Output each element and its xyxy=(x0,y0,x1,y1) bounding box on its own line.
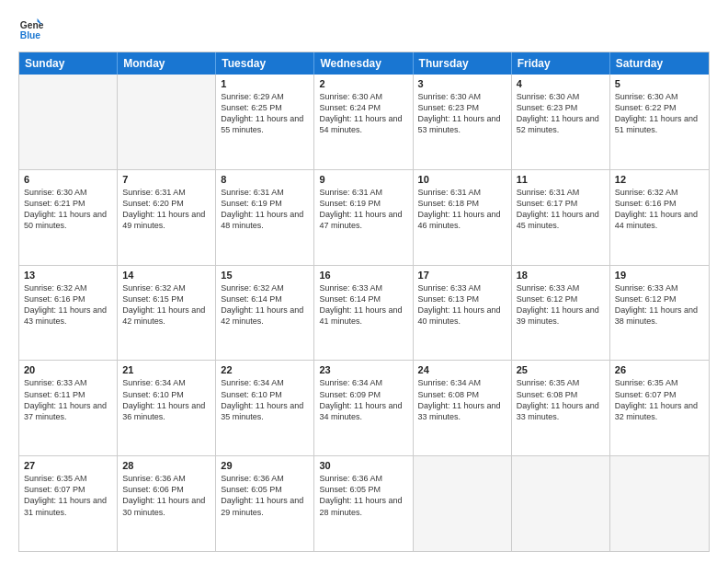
svg-text:Blue: Blue xyxy=(20,30,41,40)
day-cell-12: 12Sunrise: 6:32 AM Sunset: 6:16 PM Dayli… xyxy=(610,170,709,265)
day-cell-6: 6Sunrise: 6:30 AM Sunset: 6:21 PM Daylig… xyxy=(19,170,118,265)
day-info: Sunrise: 6:34 AM Sunset: 6:10 PM Dayligh… xyxy=(221,377,309,422)
day-cell-28: 28Sunrise: 6:36 AM Sunset: 6:06 PM Dayli… xyxy=(118,456,216,551)
day-cell-1: 1Sunrise: 6:29 AM Sunset: 6:25 PM Daylig… xyxy=(216,75,314,169)
day-number: 6 xyxy=(24,174,112,185)
day-cell-24: 24Sunrise: 6:34 AM Sunset: 6:08 PM Dayli… xyxy=(414,361,512,455)
day-number: 12 xyxy=(615,174,704,185)
day-info: Sunrise: 6:31 AM Sunset: 6:19 PM Dayligh… xyxy=(319,187,407,232)
day-cell-15: 15Sunrise: 6:32 AM Sunset: 6:14 PM Dayli… xyxy=(216,266,314,361)
day-number: 19 xyxy=(615,270,704,281)
empty-cell xyxy=(512,456,610,551)
day-cell-30: 30Sunrise: 6:36 AM Sunset: 6:05 PM Dayli… xyxy=(314,456,413,551)
day-number: 8 xyxy=(221,174,309,185)
day-cell-20: 20Sunrise: 6:33 AM Sunset: 6:11 PM Dayli… xyxy=(19,361,118,455)
header-day-wednesday: Wednesday xyxy=(314,52,413,75)
calendar-row-5: 27Sunrise: 6:35 AM Sunset: 6:07 PM Dayli… xyxy=(19,455,709,551)
day-info: Sunrise: 6:31 AM Sunset: 6:19 PM Dayligh… xyxy=(221,187,309,232)
day-cell-2: 2Sunrise: 6:30 AM Sunset: 6:24 PM Daylig… xyxy=(314,75,413,169)
page: General Blue SundayMondayTuesdayWednesda… xyxy=(0,0,728,563)
day-number: 20 xyxy=(24,364,112,375)
calendar: SundayMondayTuesdayWednesdayThursdayFrid… xyxy=(18,52,710,552)
header-day-thursday: Thursday xyxy=(414,52,512,75)
day-info: Sunrise: 6:36 AM Sunset: 6:05 PM Dayligh… xyxy=(221,473,309,518)
day-number: 25 xyxy=(517,364,605,375)
day-cell-10: 10Sunrise: 6:31 AM Sunset: 6:18 PM Dayli… xyxy=(414,170,512,265)
header-day-monday: Monday xyxy=(118,52,216,75)
day-info: Sunrise: 6:35 AM Sunset: 6:07 PM Dayligh… xyxy=(615,377,704,422)
day-info: Sunrise: 6:30 AM Sunset: 6:23 PM Dayligh… xyxy=(517,91,605,136)
day-number: 9 xyxy=(319,174,407,185)
day-info: Sunrise: 6:35 AM Sunset: 6:07 PM Dayligh… xyxy=(24,473,112,518)
day-number: 27 xyxy=(24,460,112,471)
day-info: Sunrise: 6:33 AM Sunset: 6:13 PM Dayligh… xyxy=(418,282,506,327)
day-number: 18 xyxy=(517,270,605,281)
day-cell-7: 7Sunrise: 6:31 AM Sunset: 6:20 PM Daylig… xyxy=(118,170,216,265)
day-cell-27: 27Sunrise: 6:35 AM Sunset: 6:07 PM Dayli… xyxy=(19,456,118,551)
day-number: 7 xyxy=(122,174,210,185)
day-number: 1 xyxy=(221,78,309,89)
day-cell-11: 11Sunrise: 6:31 AM Sunset: 6:17 PM Dayli… xyxy=(512,170,610,265)
day-cell-13: 13Sunrise: 6:32 AM Sunset: 6:16 PM Dayli… xyxy=(19,266,118,361)
day-cell-19: 19Sunrise: 6:33 AM Sunset: 6:12 PM Dayli… xyxy=(610,266,709,361)
header-day-sunday: Sunday xyxy=(19,52,118,75)
logo: General Blue xyxy=(18,17,44,42)
day-number: 2 xyxy=(319,78,407,89)
day-cell-23: 23Sunrise: 6:34 AM Sunset: 6:09 PM Dayli… xyxy=(314,361,413,455)
day-number: 26 xyxy=(615,364,704,375)
svg-text:General: General xyxy=(20,20,44,30)
day-info: Sunrise: 6:30 AM Sunset: 6:24 PM Dayligh… xyxy=(319,91,407,136)
day-cell-29: 29Sunrise: 6:36 AM Sunset: 6:05 PM Dayli… xyxy=(216,456,314,551)
day-cell-3: 3Sunrise: 6:30 AM Sunset: 6:23 PM Daylig… xyxy=(414,75,512,169)
header-day-saturday: Saturday xyxy=(610,52,709,75)
day-number: 15 xyxy=(221,270,309,281)
day-info: Sunrise: 6:31 AM Sunset: 6:18 PM Dayligh… xyxy=(418,187,506,232)
day-info: Sunrise: 6:30 AM Sunset: 6:22 PM Dayligh… xyxy=(615,91,704,136)
day-cell-17: 17Sunrise: 6:33 AM Sunset: 6:13 PM Dayli… xyxy=(414,266,512,361)
day-info: Sunrise: 6:33 AM Sunset: 6:12 PM Dayligh… xyxy=(615,282,704,327)
day-number: 4 xyxy=(517,78,605,89)
day-cell-16: 16Sunrise: 6:33 AM Sunset: 6:14 PM Dayli… xyxy=(314,266,413,361)
day-number: 10 xyxy=(418,174,506,185)
day-cell-4: 4Sunrise: 6:30 AM Sunset: 6:23 PM Daylig… xyxy=(512,75,610,169)
day-info: Sunrise: 6:32 AM Sunset: 6:15 PM Dayligh… xyxy=(122,282,210,327)
day-info: Sunrise: 6:34 AM Sunset: 6:09 PM Dayligh… xyxy=(319,377,407,422)
day-number: 21 xyxy=(122,364,210,375)
day-cell-5: 5Sunrise: 6:30 AM Sunset: 6:22 PM Daylig… xyxy=(610,75,709,169)
day-info: Sunrise: 6:33 AM Sunset: 6:12 PM Dayligh… xyxy=(517,282,605,327)
day-number: 17 xyxy=(418,270,506,281)
logo-icon: General Blue xyxy=(18,17,44,42)
day-info: Sunrise: 6:31 AM Sunset: 6:20 PM Dayligh… xyxy=(122,187,210,232)
day-cell-22: 22Sunrise: 6:34 AM Sunset: 6:10 PM Dayli… xyxy=(216,361,314,455)
day-number: 23 xyxy=(319,364,407,375)
day-info: Sunrise: 6:36 AM Sunset: 6:05 PM Dayligh… xyxy=(319,473,407,518)
empty-cell xyxy=(414,456,512,551)
empty-cell xyxy=(610,456,709,551)
day-number: 28 xyxy=(122,460,210,471)
day-info: Sunrise: 6:33 AM Sunset: 6:14 PM Dayligh… xyxy=(319,282,407,327)
calendar-row-4: 20Sunrise: 6:33 AM Sunset: 6:11 PM Dayli… xyxy=(19,360,709,455)
day-cell-18: 18Sunrise: 6:33 AM Sunset: 6:12 PM Dayli… xyxy=(512,266,610,361)
day-info: Sunrise: 6:34 AM Sunset: 6:10 PM Dayligh… xyxy=(122,377,210,422)
calendar-header: SundayMondayTuesdayWednesdayThursdayFrid… xyxy=(19,52,709,75)
header-day-friday: Friday xyxy=(512,52,610,75)
calendar-row-1: 1Sunrise: 6:29 AM Sunset: 6:25 PM Daylig… xyxy=(19,75,709,169)
empty-cell xyxy=(19,75,118,169)
empty-cell xyxy=(118,75,216,169)
day-cell-9: 9Sunrise: 6:31 AM Sunset: 6:19 PM Daylig… xyxy=(314,170,413,265)
calendar-row-3: 13Sunrise: 6:32 AM Sunset: 6:16 PM Dayli… xyxy=(19,265,709,361)
day-number: 16 xyxy=(319,270,407,281)
day-number: 14 xyxy=(122,270,210,281)
day-info: Sunrise: 6:32 AM Sunset: 6:16 PM Dayligh… xyxy=(615,187,704,232)
calendar-row-2: 6Sunrise: 6:30 AM Sunset: 6:21 PM Daylig… xyxy=(19,169,709,265)
day-cell-8: 8Sunrise: 6:31 AM Sunset: 6:19 PM Daylig… xyxy=(216,170,314,265)
day-cell-26: 26Sunrise: 6:35 AM Sunset: 6:07 PM Dayli… xyxy=(610,361,709,455)
header: General Blue xyxy=(18,17,710,42)
day-number: 29 xyxy=(221,460,309,471)
day-info: Sunrise: 6:30 AM Sunset: 6:21 PM Dayligh… xyxy=(24,187,112,232)
day-info: Sunrise: 6:35 AM Sunset: 6:08 PM Dayligh… xyxy=(517,377,605,422)
header-day-tuesday: Tuesday xyxy=(216,52,314,75)
day-info: Sunrise: 6:31 AM Sunset: 6:17 PM Dayligh… xyxy=(517,187,605,232)
day-number: 3 xyxy=(418,78,506,89)
day-info: Sunrise: 6:33 AM Sunset: 6:11 PM Dayligh… xyxy=(24,377,112,422)
